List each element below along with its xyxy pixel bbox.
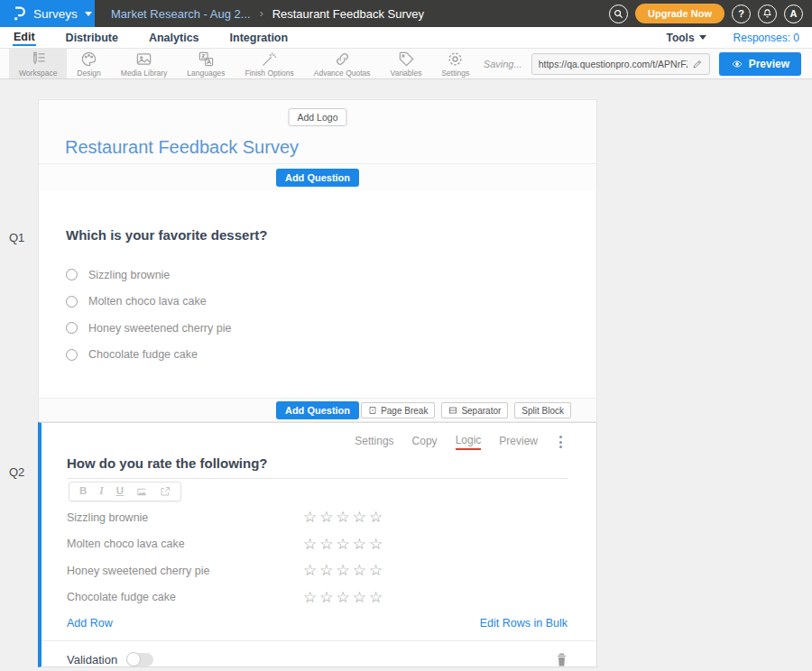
- separator-icon: [448, 406, 457, 415]
- toolbar-item-label: Advance Quotas: [314, 69, 371, 78]
- radio-button-icon[interactable]: [66, 349, 78, 361]
- radio-button-icon[interactable]: [66, 296, 78, 308]
- variables-icon: [398, 51, 415, 68]
- preview-label: Preview: [749, 58, 789, 70]
- star-rating-icons[interactable]: ☆☆☆☆☆: [303, 563, 385, 578]
- toolbar-item-settings[interactable]: Settings: [431, 49, 479, 78]
- rating-row-label[interactable]: Molten choco lava cake: [67, 538, 303, 550]
- survey-header-section: Add Logo Restaurant Feedback Survey: [38, 99, 597, 163]
- toolbar-item-languages[interactable]: Languages: [177, 49, 235, 78]
- responses-count[interactable]: Responses: 0: [734, 32, 799, 44]
- italic-icon[interactable]: I: [99, 486, 103, 497]
- question-preview-link[interactable]: Preview: [499, 435, 538, 449]
- question-1-block[interactable]: Which is your favorite dessert? Sizzling…: [38, 190, 597, 398]
- star-rating-icons[interactable]: ☆☆☆☆☆: [303, 590, 385, 605]
- question-settings-link[interactable]: Settings: [355, 435, 393, 449]
- tabs-right-group: Tools Responses: 0: [667, 32, 800, 44]
- bold-icon[interactable]: B: [79, 486, 87, 497]
- toolbar-item-label: Finish Options: [245, 69, 293, 78]
- upgrade-now-button[interactable]: Upgrade Now: [635, 4, 724, 23]
- toolbar-item-label: Media Library: [121, 69, 168, 78]
- rating-row-label[interactable]: Chocolate fudge cake: [67, 591, 303, 603]
- surveys-menu[interactable]: Surveys: [0, 0, 95, 27]
- tab-distribute[interactable]: Distribute: [65, 30, 119, 45]
- validation-toggle[interactable]: [126, 653, 153, 666]
- delete-question-button[interactable]: [556, 653, 567, 666]
- toolbar-item-media-library[interactable]: Media Library: [111, 49, 178, 78]
- option-row[interactable]: Chocolate fudge cake: [66, 342, 569, 369]
- survey-url-input[interactable]: [539, 59, 687, 69]
- top-navbar: Surveys Market Research - Aug 2... › Res…: [0, 0, 812, 27]
- add-question-strip-top: Add Question: [38, 163, 597, 190]
- insert-image-icon[interactable]: [136, 487, 147, 497]
- toolbar-item-variables[interactable]: Variables: [381, 49, 432, 78]
- editor-toolbar: Workspace Design Media Library Languages: [0, 49, 812, 79]
- toolbar-item-label: Settings: [441, 69, 469, 78]
- survey-title[interactable]: Restaurant Feedback Survey: [65, 137, 299, 158]
- star-rating-icons[interactable]: ☆☆☆☆☆: [303, 510, 385, 525]
- breadcrumb-separator: ›: [260, 7, 263, 20]
- question-logic-link[interactable]: Logic: [456, 434, 482, 450]
- kebab-menu-icon[interactable]: [556, 434, 566, 450]
- breadcrumb-survey-name[interactable]: Restaurant Feedback Survey: [272, 7, 424, 21]
- advance-quotas-icon: [334, 51, 351, 68]
- question-1-text[interactable]: Which is your favorite dessert?: [66, 227, 569, 243]
- rating-row-label[interactable]: Sizzling brownie: [67, 511, 303, 524]
- toolbar-item-advance-quotas[interactable]: Advance Quotas: [304, 49, 381, 78]
- page-break-icon: [368, 406, 377, 415]
- add-question-button[interactable]: Add Question: [276, 169, 359, 187]
- option-label: Chocolate fudge cake: [88, 348, 198, 361]
- external-link-icon[interactable]: [160, 486, 171, 497]
- question-2-block[interactable]: Settings Copy Logic Preview How do you r…: [38, 422, 597, 667]
- split-block-button[interactable]: Split Block: [514, 402, 571, 418]
- insert-bar: Add Question Page Break Separator: [38, 398, 597, 422]
- q1-margin-label: Q1: [9, 231, 24, 244]
- tools-menu[interactable]: Tools: [667, 32, 706, 44]
- toolbar-item-finish-options[interactable]: Finish Options: [235, 49, 303, 78]
- toolbar-item-workspace[interactable]: Workspace: [9, 49, 67, 78]
- question-2-text[interactable]: How do you rate the following?: [67, 455, 567, 479]
- survey-url-box: [531, 53, 710, 75]
- page-break-button[interactable]: Page Break: [361, 402, 435, 418]
- option-row[interactable]: Honey sweetened cherry pie: [66, 315, 569, 342]
- avatar[interactable]: A: [784, 5, 803, 23]
- validation-label: Validation: [67, 653, 117, 666]
- toggle-knob: [126, 652, 141, 666]
- topbar-actions: Upgrade Now ? A: [609, 4, 812, 23]
- option-row[interactable]: Sizzling brownie: [66, 262, 569, 289]
- question-copy-link[interactable]: Copy: [412, 435, 438, 449]
- trash-icon: [556, 653, 567, 666]
- underline-icon[interactable]: U: [116, 486, 124, 497]
- workspace-icon: [30, 51, 47, 68]
- survey-canvas: Add Logo Restaurant Feedback Survey Add …: [38, 99, 597, 667]
- tab-integration[interactable]: Integration: [229, 30, 290, 45]
- rating-row: Molten choco lava cake ☆☆☆☆☆: [67, 531, 567, 558]
- toolbar-item-label: Workspace: [19, 69, 57, 78]
- radio-button-icon[interactable]: [66, 269, 78, 280]
- split-block-label: Split Block: [521, 406, 564, 416]
- tab-analytics[interactable]: Analytics: [148, 30, 200, 45]
- design-icon: [80, 51, 97, 68]
- toolbar-item-design[interactable]: Design: [67, 49, 110, 78]
- separator-button[interactable]: Separator: [441, 402, 508, 418]
- search-button[interactable]: [609, 5, 628, 23]
- breadcrumb-folder[interactable]: Market Research - Aug 2...: [111, 7, 251, 21]
- toolbar-item-label: Variables: [391, 69, 422, 78]
- formatting-toolbar: B I U: [69, 482, 181, 501]
- star-rating-icons[interactable]: ☆☆☆☆☆: [303, 537, 385, 552]
- add-logo-button[interactable]: Add Logo: [289, 108, 347, 126]
- tab-edit[interactable]: Edit: [13, 29, 36, 46]
- radio-button-icon[interactable]: [66, 322, 78, 334]
- edit-pencil-icon[interactable]: [692, 59, 703, 69]
- option-row[interactable]: Molten choco lava cake: [66, 289, 569, 316]
- languages-icon: [198, 51, 215, 68]
- add-question-button[interactable]: Add Question: [276, 401, 359, 419]
- rating-row-label[interactable]: Honey sweetened cherry pie: [67, 565, 303, 577]
- help-button[interactable]: ?: [732, 5, 751, 23]
- preview-button[interactable]: Preview: [719, 52, 801, 76]
- add-row-link[interactable]: Add Row: [67, 617, 113, 630]
- edit-rows-in-bulk-link[interactable]: Edit Rows in Bulk: [480, 617, 567, 630]
- notifications-button[interactable]: [758, 5, 777, 23]
- tools-label: Tools: [667, 32, 695, 44]
- questionpro-logo-icon: [11, 5, 26, 23]
